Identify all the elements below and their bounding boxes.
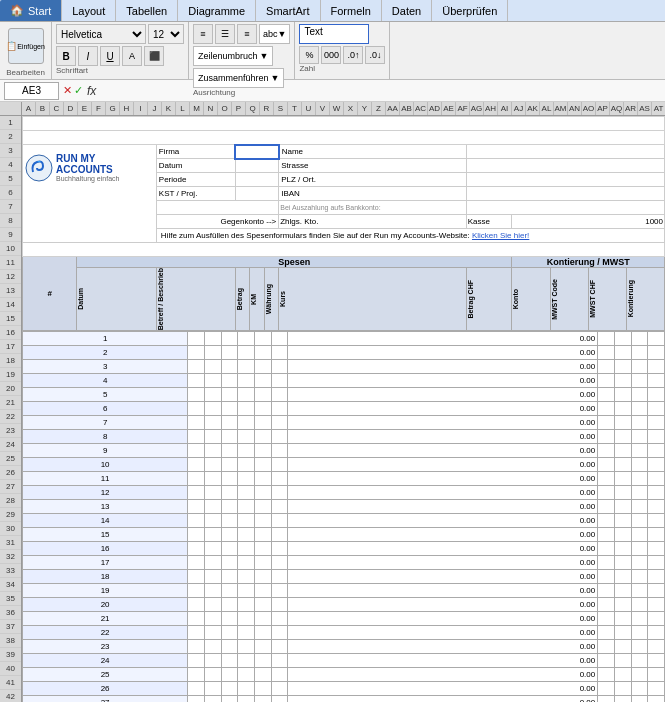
kontierung-cell[interactable] [648,668,665,682]
konto-cell[interactable] [598,598,615,612]
betrag-cell[interactable] [221,402,238,416]
mwstchf-cell[interactable] [631,640,648,654]
datum-cell[interactable] [188,696,205,702]
km-cell[interactable] [238,598,255,612]
mwstchf-cell[interactable] [631,654,648,668]
number-format-box[interactable]: Text [299,24,369,44]
menu-layout[interactable]: Layout [62,0,116,21]
km-cell[interactable] [238,374,255,388]
mwstchf-cell[interactable] [631,430,648,444]
wahrung-cell[interactable] [254,598,271,612]
kontierung-cell[interactable] [648,472,665,486]
datum-cell[interactable] [188,458,205,472]
wahrung-cell[interactable] [254,430,271,444]
betreff-cell[interactable] [204,682,221,696]
datum-cell[interactable] [188,346,205,360]
datum-cell[interactable] [188,444,205,458]
kurs-cell[interactable] [271,514,288,528]
underline-button[interactable]: U [100,46,120,66]
kontierung-cell[interactable] [648,514,665,528]
datum-cell[interactable] [188,430,205,444]
datum-input[interactable] [235,159,278,173]
km-cell[interactable] [238,430,255,444]
formula-input[interactable] [100,82,661,100]
betreff-cell[interactable] [204,500,221,514]
mwstchf-cell[interactable] [631,696,648,702]
datum-cell[interactable] [188,654,205,668]
konto-cell[interactable] [598,542,615,556]
mwstcode-cell[interactable] [614,556,631,570]
kurs-cell[interactable] [271,640,288,654]
konto-cell[interactable] [598,500,615,514]
kontierung-cell[interactable] [648,332,665,346]
cancel-formula-icon[interactable]: ✕ [63,84,72,97]
wahrung-cell[interactable] [254,486,271,500]
highlight-button[interactable]: ⬛ [144,46,164,66]
kurs-cell[interactable] [271,500,288,514]
betrag-cell[interactable] [221,388,238,402]
kurs-cell[interactable] [271,556,288,570]
betreff-cell[interactable] [204,696,221,702]
km-cell[interactable] [238,682,255,696]
wahrung-cell[interactable] [254,374,271,388]
betreff-cell[interactable] [204,388,221,402]
plzort-input[interactable] [466,173,664,187]
konto-cell[interactable] [598,668,615,682]
betrag-cell[interactable] [221,668,238,682]
km-cell[interactable] [238,584,255,598]
datum-cell[interactable] [188,402,205,416]
konto-cell[interactable] [598,612,615,626]
datum-cell[interactable] [188,584,205,598]
km-cell[interactable] [238,360,255,374]
mwstchf-cell[interactable] [631,332,648,346]
kurs-cell[interactable] [271,584,288,598]
wahrung-cell[interactable] [254,570,271,584]
mwstcode-cell[interactable] [614,584,631,598]
betreff-cell[interactable] [204,570,221,584]
betrag-cell[interactable] [221,332,238,346]
menu-start[interactable]: 🏠 Start [0,0,62,21]
km-cell[interactable] [238,640,255,654]
km-cell[interactable] [238,514,255,528]
align-left-btn[interactable]: ≡ [193,24,213,44]
kontierung-cell[interactable] [648,612,665,626]
kontierung-cell[interactable] [648,430,665,444]
mwstcode-cell[interactable] [614,332,631,346]
betreff-cell[interactable] [204,332,221,346]
datum-cell[interactable] [188,500,205,514]
mwstchf-cell[interactable] [631,528,648,542]
datum-cell[interactable] [188,486,205,500]
strasse-input[interactable] [466,159,664,173]
betrag-cell[interactable] [221,542,238,556]
mwstchf-cell[interactable] [631,444,648,458]
datum-cell[interactable] [188,556,205,570]
wahrung-cell[interactable] [254,654,271,668]
mwstcode-cell[interactable] [614,444,631,458]
betrag-cell[interactable] [221,626,238,640]
mwstchf-cell[interactable] [631,388,648,402]
kurs-cell[interactable] [271,612,288,626]
betreff-cell[interactable] [204,346,221,360]
wahrung-cell[interactable] [254,472,271,486]
datum-cell[interactable] [188,388,205,402]
kontierung-cell[interactable] [648,626,665,640]
mwstcode-cell[interactable] [614,360,631,374]
menu-tabellen[interactable]: Tabellen [116,0,178,21]
konto-cell[interactable] [598,388,615,402]
datum-cell[interactable] [188,514,205,528]
font-color-button[interactable]: A [122,46,142,66]
wahrung-cell[interactable] [254,668,271,682]
konto-cell[interactable] [598,654,615,668]
km-cell[interactable] [238,486,255,500]
mwstcode-cell[interactable] [614,402,631,416]
mwstcode-cell[interactable] [614,430,631,444]
mwstcode-cell[interactable] [614,542,631,556]
betreff-cell[interactable] [204,444,221,458]
wahrung-cell[interactable] [254,626,271,640]
kstproj-input[interactable] [235,187,278,201]
kontierung-cell[interactable] [648,486,665,500]
firma-input[interactable] [235,145,278,159]
wahrung-cell[interactable] [254,388,271,402]
kontierung-cell[interactable] [648,346,665,360]
konto-cell[interactable] [598,402,615,416]
